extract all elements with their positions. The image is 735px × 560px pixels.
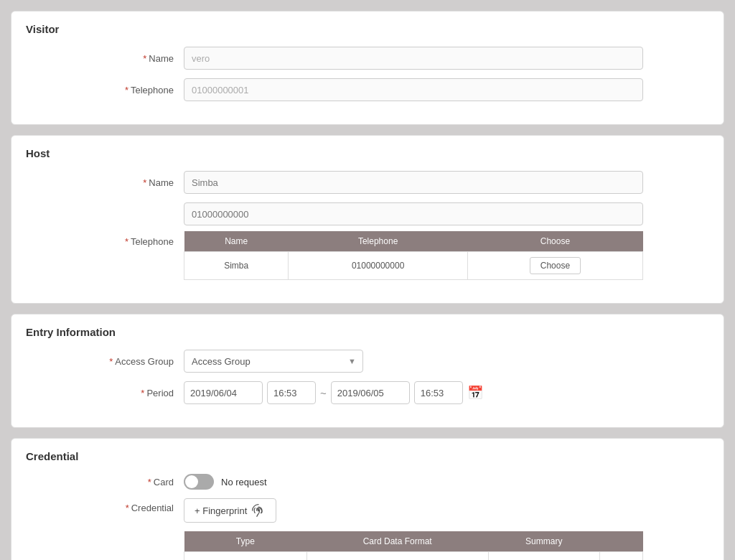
credential-content: + Fingerprint Type Card Data Format: [184, 498, 643, 560]
card-toggle-wrap: No request: [184, 474, 267, 490]
host-row-choose: Choose: [467, 252, 642, 280]
plus-fingerprint-label: + Fingerprint: [195, 505, 247, 516]
visitor-name-label: *Name: [26, 53, 184, 64]
calendar-icon[interactable]: 📅: [467, 385, 483, 401]
host-telephone-label: *Telephone: [26, 236, 184, 247]
period-separator: ~: [320, 387, 327, 399]
cred-row-actions: ✎ 🗑: [600, 552, 643, 561]
required-star-tel: *: [125, 85, 128, 95]
card-label: *Card: [26, 477, 184, 487]
host-row-telephone: 01000000000: [289, 252, 468, 280]
visitor-section: Visitor *Name *Telephone: [11, 11, 724, 125]
host-col-name: Name: [184, 231, 289, 252]
card-toggle[interactable]: [184, 474, 214, 490]
cred-col-type: Type: [184, 531, 307, 552]
cred-table-row: Fingerprint - 1 ✎ 🗑: [184, 552, 643, 561]
host-table-row: Simba 01000000000 Choose: [184, 252, 643, 280]
visitor-name-input[interactable]: [184, 47, 643, 70]
visitor-telephone-row: *Telephone: [26, 78, 709, 101]
host-row-name: Simba: [184, 252, 289, 280]
period-end-time[interactable]: [414, 381, 463, 404]
host-name-input[interactable]: [184, 171, 643, 194]
access-group-label: *Access Group: [26, 356, 184, 367]
toggle-slider: [184, 474, 214, 490]
credential-label: *Credential: [26, 498, 184, 513]
cred-col-actions: [600, 531, 643, 552]
entry-title: Entry Information: [26, 326, 709, 338]
cred-col-format: Card Data Format: [306, 531, 488, 552]
host-table: Name Telephone Choose Simba 01000000000 …: [184, 231, 643, 280]
host-telephone-row: *Telephone Name Telephone Choose Simba: [26, 202, 709, 280]
cred-row-type: Fingerprint: [184, 552, 307, 561]
host-name-label: *Name: [26, 177, 184, 188]
svg-point-0: [258, 510, 260, 511]
host-telephone-input[interactable]: [184, 202, 643, 225]
required-star: *: [143, 53, 146, 64]
period-end-date[interactable]: [331, 381, 410, 404]
cred-row-format: -: [306, 552, 488, 561]
period-start-time[interactable]: [267, 381, 316, 404]
access-group-dropdown-wrap: Access Group ▼: [184, 350, 363, 373]
period-label: *Period: [26, 388, 184, 398]
visitor-title: Visitor: [26, 23, 709, 35]
credential-section: Credential *Card No request *Credential …: [11, 438, 724, 560]
host-section: Host *Name *Telephone Name Telephone Cho…: [11, 135, 724, 304]
cred-row-summary: 1: [488, 552, 599, 561]
edit-button[interactable]: ✎: [614, 557, 629, 560]
host-table-wrap: Name Telephone Choose Simba 01000000000 …: [184, 231, 643, 280]
credential-table: Type Card Data Format Summary Fingerprin…: [184, 531, 643, 560]
card-toggle-label: No request: [221, 477, 267, 487]
visitor-name-row: *Name: [26, 47, 709, 70]
access-group-row: *Access Group Access Group ▼: [26, 350, 709, 373]
host-name-row: *Name: [26, 171, 709, 194]
host-title: Host: [26, 147, 709, 159]
visitor-telephone-input[interactable]: [184, 78, 643, 101]
access-group-select[interactable]: Access Group: [184, 350, 363, 373]
choose-button[interactable]: Choose: [530, 257, 581, 274]
period-row: *Period ~ 📅: [26, 381, 709, 404]
visitor-telephone-label: *Telephone: [26, 85, 184, 95]
credential-row: *Credential + Fingerprint: [26, 498, 709, 560]
host-col-choose: Choose: [467, 231, 642, 252]
cred-col-summary: Summary: [488, 531, 599, 552]
host-col-telephone: Telephone: [289, 231, 468, 252]
entry-section: Entry Information *Access Group Access G…: [11, 314, 724, 428]
add-fingerprint-button[interactable]: + Fingerprint: [184, 498, 276, 523]
period-start-date[interactable]: [184, 381, 263, 404]
period-inputs: ~ 📅: [184, 381, 483, 404]
card-row: *Card No request: [26, 474, 709, 490]
credential-title: Credential: [26, 450, 709, 462]
fingerprint-icon: [251, 503, 266, 518]
